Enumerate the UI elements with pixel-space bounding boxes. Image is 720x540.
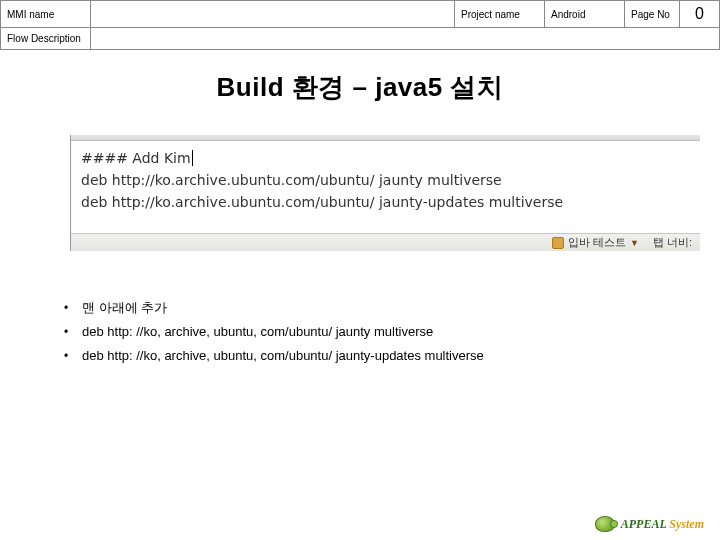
page-title: Build 환경 – java5 설치 xyxy=(0,70,720,105)
chevron-down-icon: ▼ xyxy=(630,238,639,248)
brand-part-b: System xyxy=(669,517,704,531)
footer: APPEAL System xyxy=(595,516,704,532)
status-text: 입바 테스트 xyxy=(568,235,626,250)
editor-statusbar: 입바 테스트 ▼ 탭 너비: xyxy=(71,233,700,251)
flow-label: Flow Description xyxy=(1,28,91,50)
status-icon xyxy=(552,237,564,249)
editor-body: #### Add Kim deb http://ko.archive.ubunt… xyxy=(71,141,700,233)
mmi-label: MMI name xyxy=(1,1,91,28)
mmi-value xyxy=(91,1,455,28)
bullet-list: 맨 아래에 추가 deb http: //ko, archive, ubuntu… xyxy=(60,296,720,368)
editor-line: deb http://ko.archive.ubuntu.com/ubuntu/… xyxy=(81,169,690,191)
page-label: Page No xyxy=(625,1,680,28)
editor-screenshot: #### Add Kim deb http://ko.archive.ubunt… xyxy=(70,135,700,251)
header-table: MMI name Project name Android Page No 0 … xyxy=(0,0,720,50)
editor-text: #### Add Kim xyxy=(81,150,191,166)
editor-line: deb http://ko.archive.ubuntu.com/ubuntu/… xyxy=(81,191,690,213)
project-label: Project name xyxy=(455,1,545,28)
flow-value xyxy=(91,28,720,50)
list-item: 맨 아래에 추가 xyxy=(60,296,720,320)
brand-part-a: APPEAL xyxy=(621,517,667,531)
list-item: deb http: //ko, archive, ubuntu, com/ubu… xyxy=(60,320,720,344)
editor-line: #### Add Kim xyxy=(81,147,690,169)
status-text: 탭 너비: xyxy=(653,235,692,250)
list-item: deb http: //ko, archive, ubuntu, com/ubu… xyxy=(60,344,720,368)
footer-brand: APPEAL System xyxy=(621,517,704,532)
page-value: 0 xyxy=(680,1,720,28)
statusbar-item: 탭 너비: xyxy=(653,235,692,250)
logo-icon xyxy=(595,516,615,532)
project-value: Android xyxy=(545,1,625,28)
statusbar-item: 입바 테스트 ▼ xyxy=(552,235,639,250)
text-caret xyxy=(192,150,193,166)
